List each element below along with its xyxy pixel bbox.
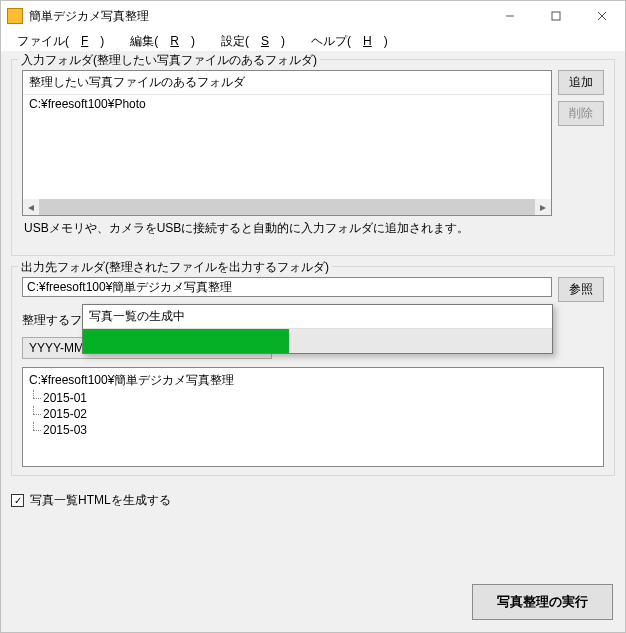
format-value: YYYY-MM [29, 341, 84, 355]
input-folder-legend: 入力フォルダ(整理したい写真ファイルのあるフォルダ) [18, 52, 320, 69]
output-tree[interactable]: C:¥freesoft100¥簡単デジカメ写真整理 2015-01 2015-0… [22, 367, 604, 467]
input-folder-group: 入力フォルダ(整理したい写真ファイルのあるフォルダ) 整理したい写真ファイルのあ… [11, 59, 615, 256]
output-folder-legend: 出力先フォルダ(整理されたファイルを出力するフォルダ) [18, 259, 332, 276]
output-path-input[interactable] [22, 277, 552, 297]
list-item[interactable]: C:¥freesoft100¥Photo [29, 97, 545, 111]
progress-bar [83, 329, 552, 353]
add-button[interactable]: 追加 [558, 70, 604, 95]
input-folder-hint: USBメモリや、カメラをUSBに接続すると自動的に入力フォルダに追加されます。 [24, 220, 604, 237]
browse-button[interactable]: 参照 [558, 277, 604, 302]
progress-title: 写真一覧の生成中 [83, 305, 552, 329]
horizontal-scrollbar[interactable]: ◂ ▸ [23, 199, 551, 215]
progress-fill [83, 329, 289, 353]
input-folder-list-header: 整理したい写真ファイルのあるフォルダ [23, 71, 551, 95]
titlebar: 簡単デジカメ写真整理 [1, 1, 625, 31]
output-folder-group: 出力先フォルダ(整理されたファイルを出力するフォルダ) 参照 整理するフォーマッ… [11, 266, 615, 476]
footer: 写真整理の実行 [11, 578, 615, 622]
svg-rect-1 [552, 12, 560, 20]
tree-root[interactable]: C:¥freesoft100¥簡単デジカメ写真整理 [29, 371, 597, 390]
window-controls [487, 1, 625, 31]
scroll-right-icon[interactable]: ▸ [535, 199, 551, 215]
input-folder-list[interactable]: 整理したい写真ファイルのあるフォルダ C:¥freesoft100¥Photo … [22, 70, 552, 216]
execute-button[interactable]: 写真整理の実行 [472, 584, 613, 620]
window-title: 簡単デジカメ写真整理 [29, 8, 487, 25]
tree-item[interactable]: 2015-01 [29, 390, 597, 406]
maximize-button[interactable] [533, 1, 579, 31]
menu-help[interactable]: ヘルプ(H) [299, 31, 400, 52]
close-button[interactable] [579, 1, 625, 31]
progress-dialog: 写真一覧の生成中 [82, 304, 553, 354]
minimize-button[interactable] [487, 1, 533, 31]
scroll-left-icon[interactable]: ◂ [23, 199, 39, 215]
checkbox-icon: ✓ [11, 494, 24, 507]
menu-settings[interactable]: 設定(S) [209, 31, 297, 52]
app-icon [7, 8, 23, 24]
checkbox-label: 写真一覧HTMLを生成する [30, 492, 171, 509]
generate-html-checkbox[interactable]: ✓ 写真一覧HTMLを生成する [11, 492, 615, 509]
tree-item[interactable]: 2015-02 [29, 406, 597, 422]
menu-file[interactable]: ファイル(F) [5, 31, 116, 52]
menu-edit[interactable]: 編集(R) [118, 31, 207, 52]
menubar: ファイル(F) 編集(R) 設定(S) ヘルプ(H) [1, 31, 625, 51]
tree-item[interactable]: 2015-03 [29, 422, 597, 438]
remove-button[interactable]: 削除 [558, 101, 604, 126]
